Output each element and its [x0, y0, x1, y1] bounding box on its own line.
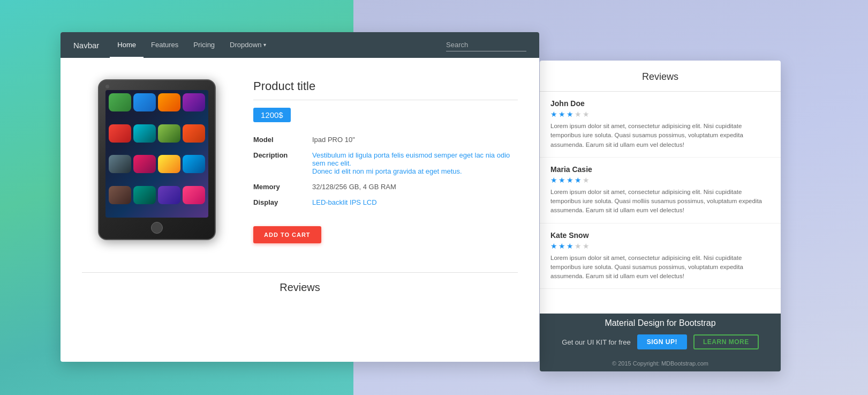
app-icon: [183, 186, 205, 204]
star-1: ★: [550, 242, 557, 250]
star-1: ★: [550, 176, 557, 184]
star-5: ★: [583, 176, 590, 184]
star-rating: ★ ★ ★ ★ ★: [550, 242, 770, 250]
spec-value-description: Vestibulum id ligula porta felis euismod…: [312, 147, 518, 179]
nav-link-pricing[interactable]: Pricing: [186, 32, 222, 58]
back-card: Reviews John Doe ★ ★ ★ ★ ★ Lorem ipsum d…: [540, 61, 781, 371]
app-icon: [109, 186, 131, 204]
product-specs-table: Model Ipad PRO 10" Decription Vestibulum…: [253, 132, 518, 210]
product-title: Product title: [253, 79, 518, 93]
review-item: John Doe ★ ★ ★ ★ ★ Lorem ipsum dolor sit…: [540, 92, 781, 158]
footer-cta: Material Design for Bootstrap Get our UI…: [540, 314, 781, 371]
app-icon: [109, 155, 131, 173]
app-icon: [158, 186, 180, 204]
footer-cta-buttons: Get our UI KIT for free SIGN UP! LEARN M…: [562, 334, 758, 349]
product-area: Product title 1200$ Model Ipad PRO 10" D…: [61, 58, 539, 262]
dropdown-arrow-icon: ▾: [263, 42, 266, 48]
star-1: ★: [550, 110, 557, 118]
reviewer-name: John Doe: [550, 99, 770, 108]
review-text: Lorem ipsum dolor sit amet, consectetur …: [550, 254, 770, 281]
ipad-body: [98, 79, 216, 240]
star-rating: ★ ★ ★ ★ ★: [550, 110, 770, 118]
reviews-section-main: Reviews: [61, 262, 539, 294]
app-icon: [158, 93, 180, 111]
search-input[interactable]: [446, 39, 526, 51]
star-3: ★: [567, 242, 573, 250]
add-to-cart-button[interactable]: ADD TO CART: [253, 226, 321, 243]
app-icon: [183, 155, 205, 173]
nav-links: Home Features Pricing Dropdown ▾: [110, 32, 274, 58]
app-icon: [133, 186, 156, 204]
app-icon: [133, 155, 156, 173]
navbar: Navbar Home Features Pricing Dropdown ▾: [61, 32, 539, 58]
learn-more-button[interactable]: LEARN MORE: [693, 334, 759, 349]
star-2: ★: [558, 110, 565, 118]
app-icon: [158, 124, 180, 143]
ipad-screen: [105, 90, 208, 218]
star-rating: ★ ★ ★ ★ ★: [550, 176, 770, 184]
section-divider: [82, 272, 518, 273]
star-2: ★: [558, 176, 565, 184]
spec-label-memory: Memory: [253, 179, 312, 195]
spec-row-memory: Memory 32/128/256 GB, 4 GB RAM: [253, 179, 518, 195]
app-icon: [133, 124, 156, 143]
star-4: ★: [575, 242, 582, 250]
spec-label-model: Model: [253, 132, 312, 147]
reviewer-name: Maria Casie: [550, 165, 770, 174]
main-card: Navbar Home Features Pricing Dropdown ▾: [61, 32, 539, 362]
get-kit-text: Get our UI KIT for free: [562, 338, 630, 346]
star-3: ★: [567, 110, 573, 118]
app-icon: [183, 124, 205, 143]
app-icon: [109, 93, 131, 111]
app-icon: [109, 124, 131, 143]
product-image-col: [82, 74, 232, 245]
nav-link-dropdown[interactable]: Dropdown ▾: [222, 32, 274, 58]
product-image: [93, 79, 221, 245]
spec-value-memory: 32/128/256 GB, 4 GB RAM: [312, 179, 518, 195]
price-badge: 1200$: [253, 108, 291, 122]
spec-value-display: LED-backlit IPS LCD: [312, 195, 518, 210]
product-divider: [253, 100, 518, 100]
spec-desc-part1: Vestibulum id ligula porta felis euismod…: [312, 151, 510, 167]
review-text: Lorem ipsum dolor sit amet, consectetur …: [550, 188, 770, 215]
review-text: Lorem ipsum dolor sit amet, consectetur …: [550, 122, 770, 150]
footer-copyright: © 2015 Copyright: MDBootstrap.com: [612, 356, 708, 367]
navbar-search[interactable]: [446, 39, 526, 51]
product-details: Product title 1200$ Model Ipad PRO 10" D…: [253, 74, 518, 245]
spec-label-description: Decription: [253, 147, 312, 179]
star-2: ★: [558, 242, 565, 250]
star-5: ★: [583, 110, 590, 118]
review-item: Kate Snow ★ ★ ★ ★ ★ Lorem ipsum dolor si…: [540, 223, 781, 289]
app-icon: [133, 93, 156, 111]
spec-value-model: Ipad PRO 10": [312, 132, 518, 147]
ipad-camera-icon: [105, 85, 109, 88]
ipad-home-button: [151, 222, 163, 234]
navbar-brand: Navbar: [73, 41, 99, 50]
spec-row-description: Decription Vestibulum id ligula porta fe…: [253, 147, 518, 179]
app-icon: [158, 155, 180, 173]
spec-row-model: Model Ipad PRO 10": [253, 132, 518, 147]
reviews-title-main: Reviews: [82, 281, 518, 294]
spec-row-display: Display LED-backlit IPS LCD: [253, 195, 518, 210]
star-3: ★: [567, 176, 573, 184]
review-item: Maria Casie ★ ★ ★ ★ ★ Lorem ipsum dolor …: [540, 158, 781, 223]
reviewer-name: Kate Snow: [550, 231, 770, 240]
nav-link-home[interactable]: Home: [110, 32, 144, 58]
footer-cta-title: Material Design for Bootstrap: [605, 318, 715, 328]
reviews-panel-title: Reviews: [540, 61, 781, 92]
star-5: ★: [583, 242, 590, 250]
nav-link-features[interactable]: Features: [144, 32, 186, 58]
signup-button[interactable]: SIGN UP!: [637, 334, 687, 349]
app-icon: [183, 93, 205, 111]
spec-desc-part2: Donec id elit non mi porta gravida at eg…: [312, 167, 462, 175]
spec-label-display: Display: [253, 195, 312, 210]
star-4: ★: [575, 110, 582, 118]
star-4: ★: [575, 176, 582, 184]
